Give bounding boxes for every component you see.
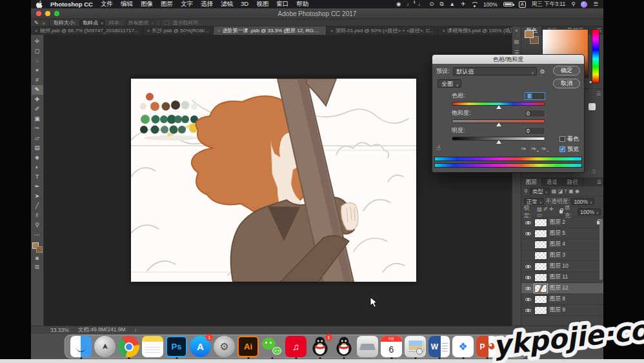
magic-wand-tool[interactable]: ✶ [32, 66, 43, 75]
图层 8[interactable]: 图层 8 [521, 294, 603, 305]
dock-icon-app-store[interactable]: A1 [190, 336, 211, 357]
图层 4[interactable]: 图层 4 [521, 239, 603, 250]
type-tool[interactable]: T [32, 172, 43, 182]
图层 5[interactable]: 图层 5 [521, 228, 603, 239]
sample-size-dropdown[interactable]: 取样点 [79, 20, 105, 26]
layers-panel-menu-icon[interactable]: ☰ [597, 178, 603, 186]
menubar-menu[interactable]: 窗口 [276, 0, 288, 8]
pen-tool[interactable]: ✒ [32, 182, 43, 191]
preset-dropdown[interactable]: 默认值 [453, 67, 537, 75]
window-share-icon[interactable]: ⧉ [439, 1, 443, 7]
document-tab[interactable]: 进阶第一课 .psb @ 33.3% (图层 12, RGB/8) * [214, 26, 327, 35]
dock-icon-qq2[interactable] [333, 336, 354, 357]
hand-tool[interactable]: ✌ [32, 211, 43, 221]
lasso-tool[interactable]: ◌ [32, 56, 43, 66]
document-tab[interactable]: 长沙.psb @ 50%(RGB/... [143, 26, 214, 35]
dock-icon-photoshop[interactable]: Ps [166, 336, 187, 357]
background-color-swatch[interactable] [36, 246, 43, 253]
dock-icon-qq[interactable]: 1 [309, 336, 330, 357]
dialog-title[interactable]: 色相/饱和度 [432, 55, 584, 64]
lightness-input[interactable]: 0 [525, 127, 545, 135]
dock-icon-wechat[interactable] [261, 336, 283, 357]
vpn-mountain-icon[interactable]: ▲ [450, 1, 455, 7]
collapse-panels-icon[interactable]: « [515, 28, 518, 34]
layer-filter-dropdown[interactable]: 类型 [530, 188, 550, 195]
图层 3[interactable]: 图层 3 [521, 250, 603, 261]
menubar-menu[interactable]: 文字 [181, 0, 193, 8]
eyedropper-tool[interactable]: ✎ [32, 85, 43, 95]
menubar-menu[interactable]: 视图 [256, 0, 268, 8]
hue-slider[interactable] [452, 102, 545, 106]
notification-center-icon[interactable]: ☰ [593, 1, 598, 7]
spotlight-search-icon[interactable]: ⚲ [571, 1, 575, 7]
ok-button[interactable]: 确定 [553, 66, 580, 75]
dock-icon-system-preferences[interactable]: ⚙ [214, 336, 235, 357]
layer-thumbnail[interactable] [534, 240, 547, 249]
layer-thumbnail[interactable] [534, 230, 547, 238]
图层 10[interactable]: 图层 10 [521, 261, 603, 272]
collapsed-panel-icon-1[interactable]: ▤ [514, 39, 519, 44]
clone-stamp-tool[interactable]: ▣ [32, 114, 43, 124]
eyedropper-sample-icon[interactable]: ✑ [521, 146, 527, 152]
lightness-slider[interactable] [452, 137, 545, 141]
dock-icon-scanner[interactable] [357, 336, 378, 357]
eraser-tool[interactable]: ▱ [32, 133, 43, 143]
menubar-clock[interactable]: 周三 下午3:11 [532, 1, 565, 8]
targeted-adjustment-icon[interactable]: ☝ [436, 144, 441, 152]
layer-name[interactable]: 图层 2 [550, 219, 565, 226]
notification-bell-icon[interactable]: ♩1 [407, 1, 412, 7]
layer-thumbnail[interactable] [534, 262, 547, 271]
opacity-dropdown[interactable]: 100% [571, 198, 594, 205]
menubar-menu[interactable]: 滤镜 [221, 0, 233, 8]
saturation-slider[interactable] [452, 119, 545, 123]
menubar-menu[interactable]: 选择 [201, 0, 213, 8]
shape-tool[interactable]: ╱ [32, 201, 43, 211]
lightness-slider-thumb[interactable] [496, 140, 501, 144]
menubar-menu[interactable]: 图层 [161, 0, 173, 8]
adjustments-panel-icon[interactable] [589, 103, 596, 110]
layer-name[interactable]: 图层 8 [550, 295, 565, 303]
more-tools[interactable]: ⋯ [32, 230, 43, 240]
adjustments-panel-menu-icon[interactable]: ☰ [596, 91, 601, 97]
document-tab[interactable]: 福州.psb @ 66.7% (509747_2016011717... [31, 26, 143, 35]
layer-thumbnail[interactable] [534, 284, 547, 293]
panel-foreground-swatch[interactable] [525, 30, 534, 38]
图层 12[interactable]: 图层 12 [521, 283, 603, 294]
airdrop-icon[interactable]: ✈ [461, 1, 465, 7]
zoom-level[interactable]: 33.33% [50, 327, 69, 333]
quick-mask-icon[interactable]: ◙ [35, 255, 39, 261]
lock-option-icons[interactable]: ▨ ✐ ✛ ▭ [537, 206, 557, 218]
layer-name[interactable]: 图层 5 [550, 230, 565, 237]
bell-icon[interactable]: ♩ [418, 1, 424, 7]
layer-visibility-toggle[interactable] [524, 265, 532, 268]
fill-dropdown[interactable]: 100% [578, 208, 601, 215]
apple-menu-icon[interactable] [36, 1, 43, 8]
wifi-icon[interactable] [471, 2, 478, 6]
hue-input[interactable]: 0 [525, 92, 545, 100]
dock-icon-notes[interactable] [142, 336, 163, 357]
foreground-background-swatches[interactable] [32, 242, 43, 253]
menubar-menu[interactable]: 文件 [101, 0, 113, 8]
layer-name[interactable]: 图层 10 [550, 262, 569, 270]
layer-visibility-toggle[interactable] [524, 276, 532, 279]
dock-icon-chrome[interactable] [118, 336, 139, 357]
layer-visibility-toggle[interactable] [524, 309, 532, 312]
screen-record-icon[interactable]: ◉ [396, 1, 401, 7]
document-tab[interactable]: 深圳-01.psd @ 50% (<路径> + <路径>, C... [327, 26, 439, 35]
layers-panel-tab[interactable]: 图层 [521, 178, 542, 186]
app-menu-title[interactable]: Photoshop CC [50, 1, 93, 8]
dock-icon-finder[interactable] [70, 336, 92, 357]
saturation-input[interactable]: 0 [525, 110, 545, 117]
colorize-checkbox[interactable] [559, 136, 565, 142]
screen-mode-icon[interactable]: ▥ [35, 264, 40, 270]
window-titlebar[interactable]: Adobe Photoshop CC 2017 [31, 8, 603, 19]
hue-strip[interactable] [592, 29, 599, 83]
brush-tool[interactable]: ✐ [32, 104, 43, 114]
history-brush-tool[interactable]: ✑ [32, 124, 43, 133]
healing-brush-tool[interactable]: ✚ [32, 95, 43, 104]
current-tool-icon[interactable]: ✎ [34, 20, 39, 26]
dock-icon-launchpad[interactable]: ➤ [94, 336, 116, 357]
layer-thumbnail[interactable] [534, 251, 547, 260]
图层 11[interactable]: 图层 11 [521, 272, 603, 283]
layers-panel-tab[interactable]: 通道 [542, 178, 563, 186]
